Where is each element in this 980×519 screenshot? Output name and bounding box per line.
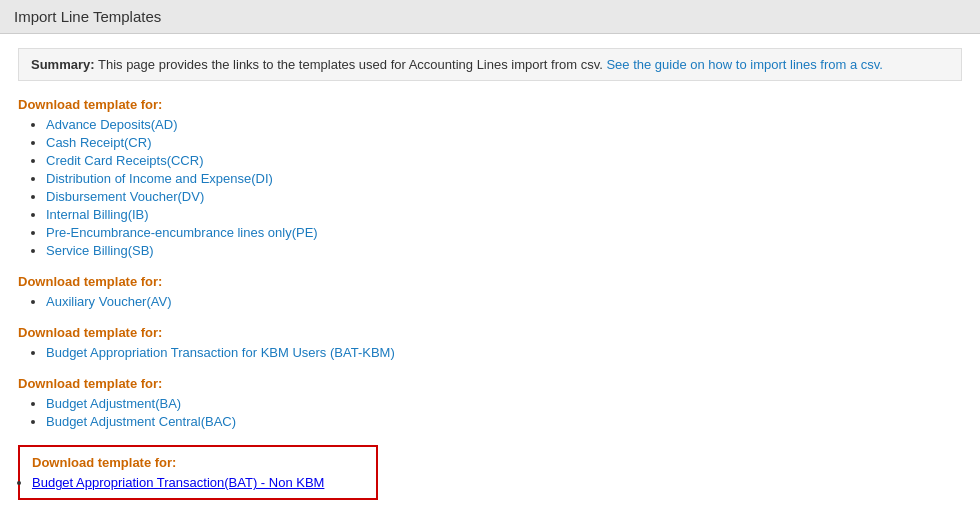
item-link[interactable]: Cash Receipt(CR) <box>46 135 151 150</box>
section-2: Download template for: Auxiliary Voucher… <box>18 274 962 309</box>
item-link[interactable]: Disbursement Voucher(DV) <box>46 189 204 204</box>
page-header: Import Line Templates <box>0 0 980 34</box>
summary-link[interactable]: See the guide on how to import lines fro… <box>606 57 883 72</box>
list-item: Internal Billing(IB) <box>46 207 962 222</box>
list-item: Advance Deposits(AD) <box>46 117 962 132</box>
section-1: Download template for: Advance Deposits(… <box>18 97 962 258</box>
section-2-list: Auxiliary Voucher(AV) <box>18 294 962 309</box>
item-link[interactable]: Budget Appropriation Transaction for KBM… <box>46 345 395 360</box>
item-link[interactable]: Service Billing(SB) <box>46 243 154 258</box>
item-link[interactable]: Budget Adjustment(BA) <box>46 396 181 411</box>
item-link[interactable]: Distribution of Income and Expense(DI) <box>46 171 273 186</box>
list-item: Disbursement Voucher(DV) <box>46 189 962 204</box>
item-link[interactable]: Internal Billing(IB) <box>46 207 149 222</box>
list-item: Credit Card Receipts(CCR) <box>46 153 962 168</box>
list-item: Auxiliary Voucher(AV) <box>46 294 962 309</box>
list-item: Service Billing(SB) <box>46 243 962 258</box>
highlighted-section-list: Budget Appropriation Transaction(BAT) - … <box>32 475 364 490</box>
page-title: Import Line Templates <box>14 8 966 25</box>
section-4-list: Budget Adjustment(BA) Budget Adjustment … <box>18 396 962 429</box>
summary-box: Summary: This page provides the links to… <box>18 48 962 81</box>
highlighted-section: Download template for: Budget Appropriat… <box>18 445 378 500</box>
list-item: Budget Adjustment(BA) <box>46 396 962 411</box>
page-content: Summary: This page provides the links to… <box>0 34 980 519</box>
section-2-header: Download template for: <box>18 274 962 289</box>
highlighted-section-header: Download template for: <box>32 455 364 470</box>
section-4-header: Download template for: <box>18 376 962 391</box>
section-4: Download template for: Budget Adjustment… <box>18 376 962 429</box>
item-link[interactable]: Advance Deposits(AD) <box>46 117 178 132</box>
list-item: Budget Appropriation Transaction(BAT) - … <box>32 475 364 490</box>
summary-text: This page provides the links to the temp… <box>98 57 606 72</box>
section-3: Download template for: Budget Appropriat… <box>18 325 962 360</box>
list-item: Distribution of Income and Expense(DI) <box>46 171 962 186</box>
item-link[interactable]: Auxiliary Voucher(AV) <box>46 294 171 309</box>
item-link[interactable]: Credit Card Receipts(CCR) <box>46 153 203 168</box>
section-1-header: Download template for: <box>18 97 962 112</box>
list-item: Pre-Encumbrance-encumbrance lines only(P… <box>46 225 962 240</box>
section-1-list: Advance Deposits(AD) Cash Receipt(CR) Cr… <box>18 117 962 258</box>
list-item: Budget Adjustment Central(BAC) <box>46 414 962 429</box>
item-link[interactable]: Pre-Encumbrance-encumbrance lines only(P… <box>46 225 318 240</box>
section-3-header: Download template for: <box>18 325 962 340</box>
item-link[interactable]: Budget Appropriation Transaction(BAT) - … <box>32 475 324 490</box>
section-3-list: Budget Appropriation Transaction for KBM… <box>18 345 962 360</box>
list-item: Cash Receipt(CR) <box>46 135 962 150</box>
summary-label: Summary: <box>31 57 95 72</box>
item-link[interactable]: Budget Adjustment Central(BAC) <box>46 414 236 429</box>
list-item: Budget Appropriation Transaction for KBM… <box>46 345 962 360</box>
